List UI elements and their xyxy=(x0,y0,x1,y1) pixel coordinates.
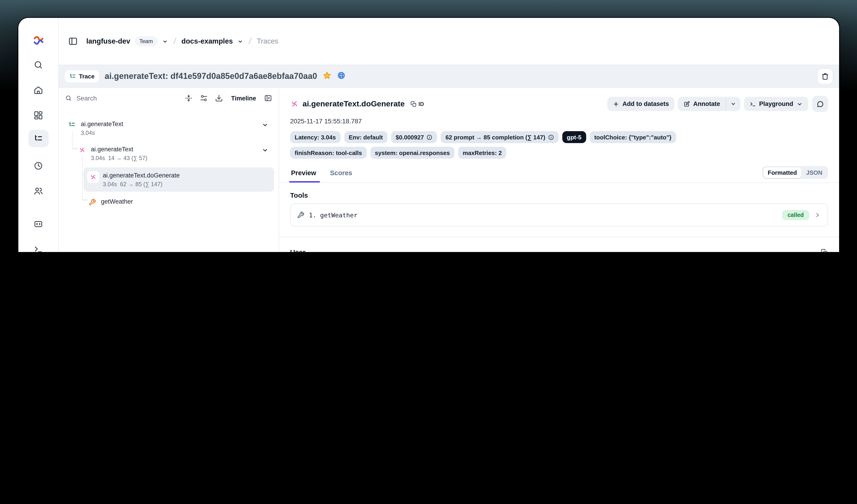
observation-timestamp: 2025-11-17 15:55:18.787 xyxy=(290,117,828,125)
main-column: langfuse-dev Team / docs-examples / Trac… xyxy=(59,18,839,252)
format-toggle: Formatted JSON xyxy=(762,166,828,179)
observation-badge: maxRetries: 2 xyxy=(458,147,506,159)
detail-actions: Add to datasets Annotate xyxy=(607,96,828,112)
observation-badge: Env: default xyxy=(344,131,387,143)
rail-item-playground[interactable] xyxy=(29,242,48,252)
chevron-right-icon[interactable] xyxy=(814,211,821,219)
observation-badge: finishReason: tool-calls xyxy=(290,147,367,159)
chevron-down-icon[interactable] xyxy=(262,147,269,155)
download-icon[interactable] xyxy=(215,94,223,102)
tool-called-badge: called xyxy=(782,210,809,220)
observation-badge: system: openai.responses xyxy=(370,147,454,159)
observation-badge: gpt-5 xyxy=(562,131,586,143)
app-window: langfuse-dev Team / docs-examples / Trac… xyxy=(18,18,839,252)
trace-tree-panel: Timeline ai.generateText3.04sai.generate… xyxy=(59,88,279,252)
tree-row-ai-generateText[interactable]: ai.generateText3.04s xyxy=(63,117,274,139)
observation-badges: Latency: 3.04sEnv: default$0.00092762 pr… xyxy=(290,131,749,159)
trace-type-chip: Trace xyxy=(65,70,99,82)
search-icon xyxy=(65,94,72,102)
info-icon[interactable] xyxy=(427,134,433,140)
id-label: ID xyxy=(418,101,424,107)
rail-item-dashboards[interactable] xyxy=(29,108,48,122)
tree-row-ai-generateText[interactable]: ai.generateText3.04s 14 → 43 (∑ 57) xyxy=(73,142,274,164)
rail-item-sessions[interactable] xyxy=(29,159,48,172)
delete-trace-button[interactable] xyxy=(817,68,833,84)
star-icon[interactable] xyxy=(323,71,332,82)
rail-item-search[interactable] xyxy=(29,58,48,72)
search-input[interactable] xyxy=(75,94,178,102)
info-icon[interactable] xyxy=(548,134,554,140)
add-to-datasets-button[interactable]: Add to datasets xyxy=(607,97,674,111)
tree-row-label: ai.generateText xyxy=(91,146,133,153)
tree-row-meta: 3.04s xyxy=(81,129,123,137)
project-name[interactable]: docs-examples xyxy=(181,37,233,46)
rail-item-traces[interactable] xyxy=(28,130,48,147)
collapse-all-icon[interactable] xyxy=(185,94,193,102)
chevron-down-icon[interactable] xyxy=(262,122,269,130)
user-section-header: User xyxy=(290,248,828,252)
annotate-chevron-down-icon[interactable] xyxy=(726,97,740,111)
tab-preview[interactable]: Preview xyxy=(290,167,317,182)
playground-button[interactable]: Playground xyxy=(744,97,808,111)
detail-header: ai.generateText.doGenerate ID Add to dat… xyxy=(279,88,839,183)
rail-item-home[interactable] xyxy=(29,83,48,97)
langfuse-logo xyxy=(32,34,44,46)
detail-tabs: Preview Scores Formatted JSON xyxy=(279,166,839,183)
edit-icon xyxy=(684,101,690,107)
generation-icon xyxy=(290,100,299,108)
tree-row-getWeather[interactable]: getWeather xyxy=(84,194,274,210)
rail-item-prompts[interactable] xyxy=(29,217,48,231)
copy-user-icon[interactable] xyxy=(821,248,828,252)
observation-title: ai.generateText.doGenerate xyxy=(302,99,405,108)
observation-badge: 62 prompt → 85 completion (∑ 147) xyxy=(441,131,559,143)
section-divider xyxy=(279,237,839,237)
globe-icon[interactable] xyxy=(337,71,346,82)
wrench-icon xyxy=(297,211,304,219)
detail-body: Tools 1. getWeather called xyxy=(279,183,839,252)
generation-icon xyxy=(77,145,87,155)
trace-title-bar: Trace ai.generateText: df41e597d0a85e0d7… xyxy=(59,65,839,88)
comments-button[interactable] xyxy=(812,96,828,112)
tools-heading: Tools xyxy=(290,191,828,199)
project-chevron-down-icon[interactable] xyxy=(237,38,243,44)
tree-row-meta: 3.04s 14 → 43 (∑ 57) xyxy=(91,155,147,162)
tab-scores[interactable]: Scores xyxy=(329,167,353,182)
breadcrumb-page[interactable]: Traces xyxy=(257,37,279,46)
format-option-formatted[interactable]: Formatted xyxy=(763,167,802,178)
observation-badge: Latency: 3.04s xyxy=(290,131,340,143)
tool-icon xyxy=(87,197,97,207)
tree-row-ai-generateText-doGenerate[interactable]: ai.generateText.doGenerate3.04s 62 → 85 … xyxy=(84,168,274,192)
sidebar-toggle-icon[interactable] xyxy=(68,36,78,46)
list-tree-icon xyxy=(69,73,76,80)
tree-row-meta: 3.04s 62 → 85 (∑ 147) xyxy=(103,181,180,188)
rail-item-users[interactable] xyxy=(29,184,48,198)
tool-name: 1. getWeather xyxy=(309,211,357,219)
tree-row-label: ai.generateText xyxy=(81,121,123,127)
comment-bubble-icon xyxy=(817,100,824,107)
collapse-panel-icon[interactable] xyxy=(264,94,272,102)
plus-icon xyxy=(613,101,619,107)
observation-detail-panel: ai.generateText.doGenerate ID Add to dat… xyxy=(279,88,839,252)
content-row: Timeline ai.generateText3.04sai.generate… xyxy=(59,88,839,252)
trace-title: ai.generateText: df41e597d0a85e0d7a6ae8e… xyxy=(105,71,317,81)
breadcrumb-separator: / xyxy=(248,36,252,46)
org-name[interactable]: langfuse-dev xyxy=(86,37,130,46)
org-chevron-down-icon[interactable] xyxy=(162,38,168,44)
display-settings-icon[interactable] xyxy=(200,94,208,102)
observation-badge: toolChoice: {"type":"auto"} xyxy=(590,131,676,143)
format-option-json[interactable]: JSON xyxy=(802,167,827,178)
tool-definition-row[interactable]: 1. getWeather called xyxy=(290,204,828,227)
search-box[interactable] xyxy=(65,94,178,102)
trace-chip-label: Trace xyxy=(79,73,95,80)
trace-icon xyxy=(67,120,77,130)
tree-toolbar: Timeline xyxy=(59,88,279,109)
trash-icon xyxy=(821,72,829,80)
chevron-down-icon xyxy=(796,101,803,107)
annotate-split-button: Annotate xyxy=(678,97,740,111)
user-heading: User xyxy=(290,248,305,252)
copy-id[interactable]: ID xyxy=(410,101,424,107)
timeline-toggle[interactable]: Timeline xyxy=(231,95,256,102)
annotate-button[interactable]: Annotate xyxy=(678,97,725,111)
top-bar: langfuse-dev Team / docs-examples / Trac… xyxy=(59,18,839,65)
tree-row-label: ai.generateText.doGenerate xyxy=(103,172,180,179)
